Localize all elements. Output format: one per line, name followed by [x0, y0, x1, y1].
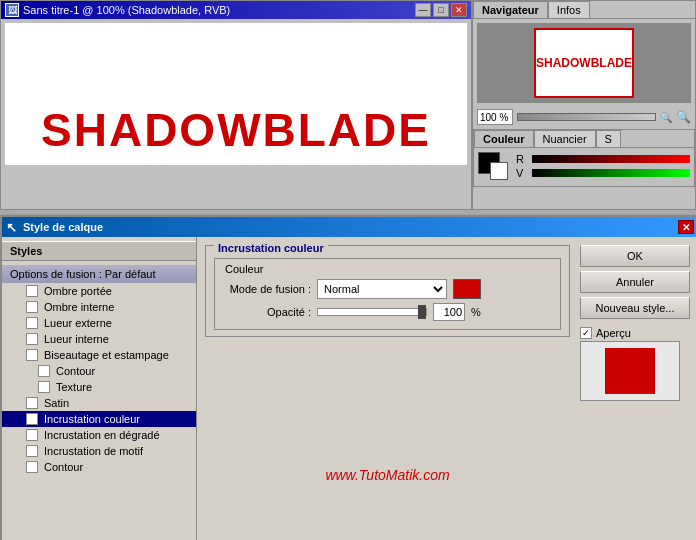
apercu-label-row: ✓ Aperçu	[580, 327, 631, 339]
style-item-ombre-interne[interactable]: Ombre interne	[2, 299, 196, 315]
label-incrustation-motif: Incrustation de motif	[44, 445, 143, 457]
mode-fusion-select[interactable]: Normal Dissoudre Obscurcir Produit	[317, 279, 447, 299]
watermark-label: www.TutoMatik.com	[325, 467, 449, 483]
options-fusion-header[interactable]: Options de fusion : Par défaut	[2, 265, 196, 283]
navigator-zoom-bar: 🔍 🔍	[473, 107, 695, 127]
slider-v-row: V	[516, 167, 690, 179]
ok-button[interactable]: OK	[580, 245, 690, 267]
canvas-window: 🖼 Sans titre-1 @ 100% (Shadowblade, RVB)…	[0, 0, 472, 210]
style-item-incrustation-couleur[interactable]: ✓ Incrustation couleur	[2, 411, 196, 427]
dialog-buttons: OK Annuler Nouveau style... ✓ Aperçu	[580, 245, 690, 401]
percent-label: %	[471, 306, 481, 318]
zoom-icon-right: 🔍	[676, 110, 691, 124]
apercu-preview-box	[580, 341, 680, 401]
top-area: 🖼 Sans titre-1 @ 100% (Shadowblade, RVB)…	[0, 0, 696, 210]
label-ombre-interne: Ombre interne	[44, 301, 114, 313]
watermark-text: www.TutoMatik.com	[217, 467, 558, 483]
checkbox-ombre-interne[interactable]	[26, 301, 38, 313]
checkbox-satin[interactable]	[26, 397, 38, 409]
label-v: V	[516, 167, 528, 179]
mode-fusion-label: Mode de fusion :	[221, 283, 311, 295]
dialog-main-content: Incrustation couleur Couleur Mode de fus…	[197, 237, 696, 540]
zoom-icon-left: 🔍	[660, 112, 672, 123]
color-swatch-container	[478, 152, 514, 182]
apercu-section: ✓ Aperçu	[580, 327, 690, 401]
color-sliders-area: R V	[516, 153, 690, 181]
canvas-content: SHADOWBLADE	[5, 23, 467, 165]
label-contour2: Contour	[44, 461, 83, 473]
shadowblade-text: SHADOWBLADE	[41, 103, 431, 157]
checkbox-texture[interactable]	[38, 381, 50, 393]
label-satin: Satin	[44, 397, 69, 409]
dialog-title: Style de calque	[23, 221, 678, 233]
tab-infos[interactable]: Infos	[548, 1, 590, 18]
mode-fusion-row: Mode de fusion : Normal Dissoudre Obscur…	[221, 279, 554, 299]
label-contour-sub: Contour	[56, 365, 95, 377]
close-button[interactable]: ✕	[451, 3, 467, 17]
couleur-label: Couleur	[221, 263, 268, 275]
tab-s[interactable]: S	[596, 130, 621, 147]
label-lueur-externe: Lueur externe	[44, 317, 112, 329]
opacity-input[interactable]	[433, 303, 465, 321]
label-texture: Texture	[56, 381, 92, 393]
slider-r-row: R	[516, 153, 690, 165]
couleur-swatch[interactable]	[453, 279, 481, 299]
apercu-label: Aperçu	[596, 327, 631, 339]
style-item-contour2[interactable]: Contour	[2, 459, 196, 475]
checkbox-incrustation-motif[interactable]	[26, 445, 38, 457]
checkbox-incrustation-degrade[interactable]	[26, 429, 38, 441]
color-panel-tabs: Couleur Nuancier S	[474, 130, 694, 148]
style-item-incrustation-degrade[interactable]: Incrustation en dégradé	[2, 427, 196, 443]
label-biseautage: Biseautage et estampage	[44, 349, 169, 361]
styles-sidebar: Styles Options de fusion : Par défaut Om…	[2, 237, 197, 540]
style-item-biseautage[interactable]: Biseautage et estampage	[2, 347, 196, 363]
navigator-tabs: Navigateur Infos	[473, 1, 695, 19]
opacity-row: Opacité : %	[221, 303, 554, 321]
style-item-ombre-portee[interactable]: Ombre portée	[2, 283, 196, 299]
checkbox-lueur-interne[interactable]	[26, 333, 38, 345]
layer-style-dialog: ↖ Style de calque ✕ Styles Options de fu…	[0, 215, 696, 540]
right-panel: Navigateur Infos SHADOWBLADE 🔍 🔍 Couleur…	[472, 0, 696, 210]
style-item-lueur-externe[interactable]: Lueur externe	[2, 315, 196, 331]
nouveau-style-button[interactable]: Nouveau style...	[580, 297, 690, 319]
label-ombre-portee: Ombre portée	[44, 285, 112, 297]
tab-navigateur[interactable]: Navigateur	[473, 1, 548, 18]
checkbox-lueur-externe[interactable]	[26, 317, 38, 329]
navigator-preview: SHADOWBLADE	[477, 23, 691, 103]
slider-v[interactable]	[532, 169, 690, 177]
minimize-button[interactable]: —	[415, 3, 431, 17]
navigator-preview-text: SHADOWBLADE	[536, 56, 632, 70]
style-item-satin[interactable]: Satin	[2, 395, 196, 411]
style-item-contour-sub[interactable]: Contour	[2, 363, 196, 379]
canvas-title: Sans titre-1 @ 100% (Shadowblade, RVB)	[23, 4, 415, 16]
style-item-texture[interactable]: Texture	[2, 379, 196, 395]
slider-r[interactable]	[532, 155, 690, 163]
tab-nuancier[interactable]: Nuancier	[534, 130, 596, 147]
canvas-titlebar: 🖼 Sans titre-1 @ 100% (Shadowblade, RVB)…	[1, 1, 471, 19]
incrustation-section: Incrustation couleur Couleur Mode de fus…	[205, 245, 570, 337]
label-incrustation-degrade: Incrustation en dégradé	[44, 429, 160, 441]
dialog-body: Styles Options de fusion : Par défaut Om…	[2, 237, 696, 540]
tab-couleur[interactable]: Couleur	[474, 130, 534, 147]
apercu-checkbox[interactable]: ✓	[580, 327, 592, 339]
background-color[interactable]	[490, 162, 508, 180]
zoom-input[interactable]	[477, 109, 513, 125]
checkbox-biseautage[interactable]	[26, 349, 38, 361]
color-panel: Couleur Nuancier S R V	[473, 129, 695, 187]
opacity-slider[interactable]	[317, 308, 427, 316]
checkbox-contour2[interactable]	[26, 461, 38, 473]
label-lueur-interne: Lueur interne	[44, 333, 109, 345]
annuler-button[interactable]: Annuler	[580, 271, 690, 293]
checkbox-incrustation-couleur[interactable]: ✓	[26, 413, 38, 425]
maximize-button[interactable]: □	[433, 3, 449, 17]
checkbox-ombre-portee[interactable]	[26, 285, 38, 297]
zoom-slider[interactable]	[517, 113, 656, 121]
apercu-red-square	[605, 348, 655, 394]
opacity-label: Opacité :	[221, 306, 311, 318]
style-item-lueur-interne[interactable]: Lueur interne	[2, 331, 196, 347]
style-item-incrustation-motif[interactable]: Incrustation de motif	[2, 443, 196, 459]
section-title: Incrustation couleur	[214, 242, 328, 254]
label-r: R	[516, 153, 528, 165]
checkbox-contour-sub[interactable]	[38, 365, 50, 377]
dialog-close-button[interactable]: ✕	[678, 220, 694, 234]
